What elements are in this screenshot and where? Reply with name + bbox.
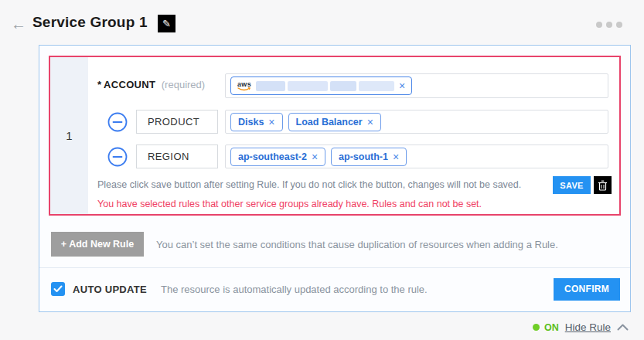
chevron-up-icon[interactable] bbox=[617, 324, 629, 331]
hide-rule-link[interactable]: Hide Rule bbox=[565, 321, 611, 333]
aws-logo-text: aws bbox=[237, 81, 251, 87]
auto-update-row: AUTO UPDATE The resource is automaticall… bbox=[51, 277, 620, 301]
trash-icon bbox=[598, 180, 608, 191]
auto-update-checkbox[interactable] bbox=[51, 282, 65, 296]
add-rule-row: + Add New Rule You can’t set the same co… bbox=[51, 232, 620, 257]
chip-label: Load Balancer bbox=[296, 117, 363, 128]
required-asterisk: * bbox=[97, 79, 101, 90]
condition-type-product[interactable]: PRODUCT bbox=[136, 110, 218, 134]
chip-label: ap-south-1 bbox=[339, 151, 388, 162]
minus-circle-icon bbox=[107, 147, 128, 167]
region-chip[interactable]: ap-south-1 × bbox=[331, 148, 407, 166]
remove-product-row-button[interactable] bbox=[107, 112, 128, 132]
region-field[interactable]: ap-southeast-2 × ap-south-1 × bbox=[225, 144, 608, 168]
aws-logo: aws bbox=[237, 81, 251, 91]
check-icon bbox=[53, 285, 63, 293]
close-icon[interactable]: × bbox=[312, 151, 318, 162]
account-label-text: ACCOUNT bbox=[104, 79, 155, 90]
status-on-label: ON bbox=[544, 322, 559, 333]
close-icon[interactable]: × bbox=[268, 117, 274, 128]
edit-title-button[interactable]: ✎ bbox=[158, 15, 175, 32]
aws-smile-icon bbox=[237, 87, 251, 91]
delete-rule-button[interactable] bbox=[594, 176, 612, 194]
region-chip[interactable]: ap-southeast-2 × bbox=[230, 148, 325, 166]
add-new-rule-button[interactable]: + Add New Rule bbox=[51, 232, 144, 257]
product-chip[interactable]: Load Balancer × bbox=[288, 113, 381, 131]
back-arrow-icon[interactable]: ← bbox=[11, 15, 26, 32]
auto-update-label: AUTO UPDATE bbox=[73, 284, 147, 295]
condition-type-region[interactable]: REGION bbox=[136, 144, 218, 168]
product-chip[interactable]: Disks × bbox=[230, 113, 283, 131]
auto-update-note: The resource is automatically updated ac… bbox=[161, 284, 428, 295]
chip-label: ap-southeast-2 bbox=[238, 151, 307, 162]
footer-status: ON Hide Rule bbox=[533, 321, 629, 333]
save-button[interactable]: SAVE bbox=[553, 176, 591, 194]
rule-panel: 1 *ACCOUNT (required) aws × bbox=[39, 45, 631, 312]
status-on-dot-icon bbox=[533, 324, 540, 331]
page-header: ← Service Group 1 ✎ bbox=[0, 0, 644, 43]
more-menu-button[interactable] bbox=[596, 22, 622, 28]
more-dot-icon bbox=[606, 22, 612, 28]
minus-circle-icon bbox=[107, 112, 128, 132]
rule-box: 1 *ACCOUNT (required) aws × bbox=[49, 56, 621, 216]
add-rule-note: You can’t set the same conditions that c… bbox=[156, 239, 558, 250]
chip-label: Disks bbox=[238, 117, 264, 128]
account-label: *ACCOUNT (required) bbox=[97, 79, 205, 90]
required-hint: (required) bbox=[162, 79, 205, 90]
page-title: Service Group 1 bbox=[32, 14, 148, 31]
divider bbox=[39, 267, 630, 268]
close-icon[interactable]: × bbox=[367, 117, 373, 128]
duplicate-rule-warning: You have selected rules that other servi… bbox=[97, 199, 482, 209]
more-dot-icon bbox=[596, 22, 602, 28]
remove-region-row-button[interactable] bbox=[107, 147, 128, 167]
confirm-button[interactable]: CONFIRM bbox=[554, 278, 620, 301]
pencil-icon: ✎ bbox=[162, 18, 171, 29]
rule-number: 1 bbox=[50, 57, 88, 214]
account-chip[interactable]: aws × bbox=[230, 76, 412, 95]
more-dot-icon bbox=[616, 22, 622, 28]
account-field[interactable]: aws × bbox=[225, 73, 608, 98]
product-field[interactable]: Disks × Load Balancer × bbox=[225, 110, 608, 134]
save-note: Please click save button after setting R… bbox=[97, 179, 521, 190]
close-icon[interactable]: × bbox=[393, 151, 399, 162]
redacted-account-name bbox=[256, 81, 394, 91]
close-icon[interactable]: × bbox=[399, 80, 405, 91]
